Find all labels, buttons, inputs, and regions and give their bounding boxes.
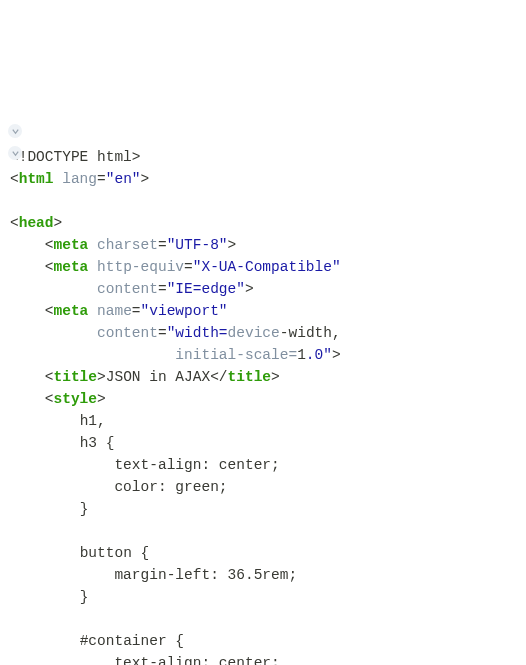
code-editor-viewport: <!DOCTYPE html> <html lang="en"> <head> … — [10, 80, 516, 665]
code-content[interactable]: <!DOCTYPE html> <html lang="en"> <head> … — [10, 149, 341, 665]
fold-chevron-icon[interactable] — [8, 146, 22, 160]
fold-chevron-icon[interactable] — [8, 124, 22, 138]
doctype-line: <!DOCTYPE html> — [10, 149, 141, 165]
